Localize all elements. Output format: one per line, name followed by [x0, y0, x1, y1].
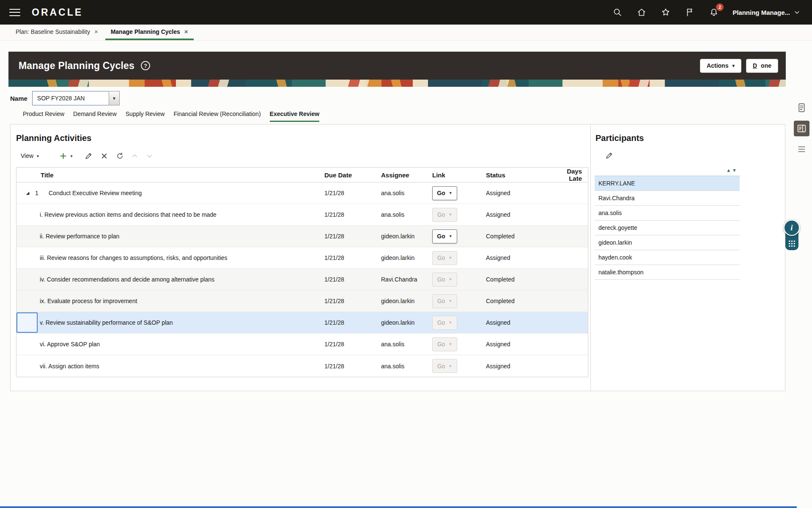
- panel-view-icon[interactable]: [794, 121, 809, 136]
- participant-item[interactable]: ana.solis: [595, 206, 740, 221]
- oracle-logo: ORACLE: [32, 7, 83, 18]
- tab-close-icon[interactable]: ×: [184, 28, 188, 35]
- notifications-bell-icon[interactable]: 2: [708, 7, 719, 18]
- notes-page-icon[interactable]: [794, 100, 809, 116]
- info-button[interactable]: i: [784, 220, 800, 236]
- activity-title-cell: vi. Approve S&OP plan: [16, 341, 324, 348]
- view-menu-button[interactable]: View ▾: [21, 152, 39, 159]
- go-button-label: Go: [437, 363, 445, 370]
- activity-row[interactable]: ii. Review performance to plan 1/21/28 g…: [16, 226, 588, 247]
- activity-row[interactable]: v. Review sustainability performance of …: [16, 312, 588, 334]
- done-button-accesskey: D: [753, 62, 757, 69]
- activity-row[interactable]: vii. Assign action items 1/21/28 ana.sol…: [16, 355, 588, 377]
- page-header: Manage Planning Cycles ? Actions ▾ Done: [8, 52, 786, 80]
- actions-button[interactable]: Actions ▾: [700, 59, 741, 73]
- status-cell: Assigned: [486, 254, 554, 261]
- review-tab[interactable]: Supply Review: [126, 110, 165, 122]
- participant-item[interactable]: gideon.larkin: [595, 235, 740, 250]
- go-button[interactable]: Go ▼: [432, 251, 457, 265]
- activity-row[interactable]: ix. Evaluate process for improvement 1/2…: [16, 290, 588, 312]
- assignee-cell: Ravi.Chandra: [381, 276, 432, 283]
- add-dropdown-icon[interactable]: ▾: [69, 150, 74, 161]
- activity-row[interactable]: 1 Conduct Executive Review meeting 1/21/…: [16, 182, 588, 204]
- assignee-cell: ana.solis: [381, 341, 432, 348]
- tab-close-icon[interactable]: ×: [94, 28, 98, 35]
- go-button-label: Go: [437, 233, 445, 240]
- search-icon[interactable]: [612, 7, 623, 18]
- sort-descending-icon[interactable]: ▼: [732, 168, 737, 173]
- chevron-down-icon[interactable]: [144, 150, 155, 161]
- participant-name: natalie.thompson: [598, 269, 644, 276]
- activity-row[interactable]: iii. Review reasons for changes to assum…: [16, 247, 588, 269]
- review-tab-label: Executive Review: [270, 110, 320, 117]
- activity-title-cell: ii. Review performance to plan: [16, 233, 324, 240]
- go-button[interactable]: Go ▼: [432, 337, 457, 351]
- document-tab-label: Manage Planning Cycles: [111, 28, 180, 35]
- go-button[interactable]: Go ▼: [432, 316, 457, 330]
- decorative-banner: [8, 80, 786, 87]
- go-dropdown-icon: ▼: [449, 234, 453, 238]
- user-menu[interactable]: Planning Manage...: [732, 9, 800, 16]
- go-button[interactable]: Go ▼: [432, 229, 457, 243]
- edit-participants-icon[interactable]: [604, 150, 614, 161]
- combobox-dropdown-button[interactable]: ▼: [109, 91, 120, 105]
- add-activity-icon[interactable]: [58, 150, 69, 161]
- participant-item[interactable]: natalie.thompson: [595, 265, 740, 280]
- review-tab[interactable]: Demand Review: [73, 110, 117, 122]
- activity-row[interactable]: iv. Consider recommendations and decide …: [16, 269, 588, 290]
- status-cell: Assigned: [486, 341, 554, 348]
- go-button[interactable]: Go ▼: [432, 186, 457, 200]
- column-header-due-date[interactable]: Due Date: [324, 171, 381, 179]
- assignee-cell: gideon.larkin: [381, 319, 432, 326]
- go-button-label: Go: [437, 319, 445, 326]
- document-tab[interactable]: Plan: Baseline Sustainability ×: [10, 25, 104, 40]
- activity-row[interactable]: i. Review previous action items and deci…: [16, 204, 588, 226]
- due-date-cell: 1/21/28: [324, 190, 381, 196]
- participant-item[interactable]: dereck.goyette: [595, 221, 740, 235]
- go-button[interactable]: Go ▼: [432, 273, 457, 287]
- column-header-days-late[interactable]: Days Late: [554, 168, 588, 182]
- chevron-up-icon[interactable]: [129, 150, 140, 161]
- column-header-title[interactable]: Title: [16, 171, 324, 179]
- list-view-icon[interactable]: [794, 141, 809, 157]
- review-tab[interactable]: Executive Review: [270, 110, 320, 122]
- assignee-cell: ana.solis: [381, 363, 432, 370]
- participants-title: Participants: [595, 133, 785, 143]
- activities-table-body: 1 Conduct Executive Review meeting 1/21/…: [16, 182, 588, 377]
- menu-icon[interactable]: [9, 8, 20, 17]
- refresh-icon[interactable]: [114, 150, 125, 161]
- activity-title: Conduct Executive Review meeting: [49, 190, 142, 196]
- participant-name: KERRY.LANE: [598, 180, 635, 187]
- participant-name: dereck.goyette: [598, 224, 637, 231]
- review-tab-label: Product Review: [23, 110, 64, 117]
- review-tab[interactable]: Financial Review (Reconciliation): [173, 110, 261, 122]
- favorites-star-icon[interactable]: [660, 7, 671, 18]
- edit-activity-icon[interactable]: [83, 150, 94, 161]
- page-title: Manage Planning Cycles: [19, 60, 134, 72]
- document-tab[interactable]: Manage Planning Cycles ×: [105, 25, 194, 40]
- column-header-assignee[interactable]: Assignee: [381, 171, 432, 179]
- expand-toggle-icon[interactable]: [24, 190, 31, 196]
- flag-icon[interactable]: [684, 7, 695, 18]
- status-cell: Assigned: [486, 319, 554, 326]
- planning-cycle-input[interactable]: [32, 91, 109, 105]
- activity-title: iv. Consider recommendations and decide …: [40, 276, 214, 283]
- home-icon[interactable]: [636, 7, 647, 18]
- review-tab[interactable]: Product Review: [23, 110, 64, 122]
- go-button[interactable]: Go ▼: [432, 359, 457, 373]
- due-date-cell: 1/21/28: [324, 254, 381, 261]
- help-icon[interactable]: ?: [141, 61, 150, 70]
- done-button[interactable]: Done: [746, 59, 778, 73]
- go-button[interactable]: Go ▼: [432, 208, 457, 222]
- chevron-down-icon: ▼: [112, 96, 116, 101]
- column-header-link[interactable]: Link: [432, 171, 486, 179]
- participant-item[interactable]: hayden.cook: [595, 250, 740, 265]
- activity-row[interactable]: vi. Approve S&OP plan 1/21/28 ana.solis …: [16, 334, 588, 355]
- participant-item[interactable]: KERRY.LANE: [595, 176, 740, 191]
- participant-name: ana.solis: [598, 210, 622, 216]
- sort-ascending-icon[interactable]: ▲: [726, 168, 731, 173]
- column-header-status[interactable]: Status: [486, 171, 554, 179]
- participant-item[interactable]: Ravi.Chandra: [595, 191, 740, 206]
- delete-activity-icon[interactable]: [99, 150, 110, 161]
- go-button[interactable]: Go ▼: [432, 294, 457, 308]
